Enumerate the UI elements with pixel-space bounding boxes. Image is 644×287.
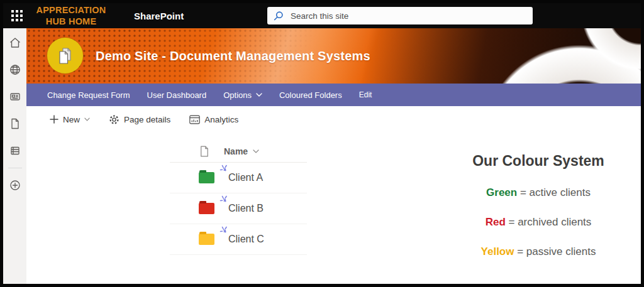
nav-item[interactable]: Coloured Folders <box>279 90 342 100</box>
list-icon[interactable] <box>8 144 22 158</box>
chevron-down-icon <box>84 117 90 121</box>
document-icon[interactable] <box>8 117 22 131</box>
folder-icon <box>199 172 214 183</box>
colour-system-entry: Yellow = passive clients <box>443 246 634 258</box>
add-icon[interactable] <box>8 178 22 192</box>
folder-row[interactable]: Client B <box>170 193 307 224</box>
nav-item-label: Change Request Form <box>47 90 130 100</box>
colour-system-panel: Our Colour System Green = active clients… <box>443 153 634 258</box>
nav-item-label: Coloured Folders <box>279 90 342 100</box>
colour-system-entry: Red = archived clients <box>443 216 634 229</box>
globe-icon[interactable] <box>8 63 22 77</box>
folder-row[interactable]: Client A <box>170 163 307 193</box>
list-header: Name <box>170 140 307 163</box>
colour-term: Yellow <box>481 246 514 257</box>
nav-item[interactable]: Change Request Form <box>47 90 130 100</box>
brand-title: APPRECIATION HUB HOME <box>31 4 111 27</box>
page-details-label: Page details <box>124 115 170 124</box>
news-icon[interactable] <box>8 90 22 104</box>
name-column-header[interactable]: Name <box>224 146 259 156</box>
new-button-label: New <box>63 115 80 124</box>
app-launcher-icon[interactable] <box>3 3 31 28</box>
sort-chevron-icon <box>253 149 259 153</box>
colour-term: Green <box>486 187 517 198</box>
page-toolbar: New Page details Analytics <box>26 106 641 133</box>
folder-icon <box>199 234 214 245</box>
documents-icon <box>55 45 76 67</box>
analytics-label: Analytics <box>204 115 238 124</box>
folder-name[interactable]: Client B <box>228 203 264 214</box>
list-rows: Client A <box>170 163 307 255</box>
plus-icon <box>50 115 58 124</box>
waffle-grid-icon <box>11 10 23 21</box>
gear-icon <box>109 114 119 125</box>
nav-item[interactable]: User Dashboard <box>147 90 207 100</box>
nav-item[interactable]: Options <box>223 90 262 100</box>
nav-item[interactable]: Edit <box>359 90 372 99</box>
colour-system-entry: Green = active clients <box>443 187 634 199</box>
site-title: Demo Site - Document Management Systems <box>96 28 370 84</box>
app-bar: APPRECIATION HUB HOME SharePoint <box>3 3 641 28</box>
left-sidebar <box>3 28 26 284</box>
colour-system-entries: Green = active clients Red = archived cl… <box>443 187 634 258</box>
colour-system-title: Our Colour System <box>443 153 634 170</box>
colour-definition: = passive clients <box>517 246 596 257</box>
folder-icon <box>199 203 214 214</box>
folder-name-label: Client A <box>228 172 263 183</box>
site-logo[interactable] <box>47 38 83 73</box>
file-type-column-icon <box>200 146 209 157</box>
colour-term: Red <box>486 216 506 228</box>
document-list: Name <box>170 140 307 255</box>
sidebar-divider <box>8 168 22 168</box>
analytics-chart-icon <box>189 115 200 124</box>
site-banner: Demo Site - Document Management Systems <box>26 28 641 84</box>
click-sparkle-icon <box>219 165 228 173</box>
search-icon <box>274 11 284 21</box>
site-navigation: Change Request Form User Dashboard Optio… <box>26 84 641 106</box>
folder-name[interactable]: Client A <box>228 172 263 183</box>
nav-item-label: Edit <box>359 90 372 99</box>
search-input[interactable] <box>289 11 526 21</box>
folder-name[interactable]: Client C <box>228 234 264 245</box>
nav-item-label: Options <box>223 90 252 100</box>
colour-definition: = active clients <box>520 187 591 198</box>
home-icon[interactable] <box>8 36 22 50</box>
nav-item-label: User Dashboard <box>147 90 207 100</box>
colour-definition: = archived clients <box>509 216 592 228</box>
chevron-down-icon <box>256 93 262 97</box>
page-content: Name <box>26 133 641 284</box>
site-search[interactable] <box>267 7 533 24</box>
analytics-button[interactable]: Analytics <box>189 115 238 124</box>
click-sparkle-icon <box>219 195 228 203</box>
page-details-button[interactable]: Page details <box>109 114 170 125</box>
sharepoint-window: APPRECIATION HUB HOME SharePoint <box>0 0 644 287</box>
click-sparkle-icon <box>219 226 228 234</box>
folder-name-label: Client B <box>228 203 264 214</box>
new-button[interactable]: New <box>50 115 90 124</box>
folder-row[interactable]: Client C <box>170 224 307 255</box>
sharepoint-label: SharePoint <box>134 11 184 21</box>
folder-name-label: Client C <box>228 234 264 244</box>
name-column-label: Name <box>224 146 248 156</box>
